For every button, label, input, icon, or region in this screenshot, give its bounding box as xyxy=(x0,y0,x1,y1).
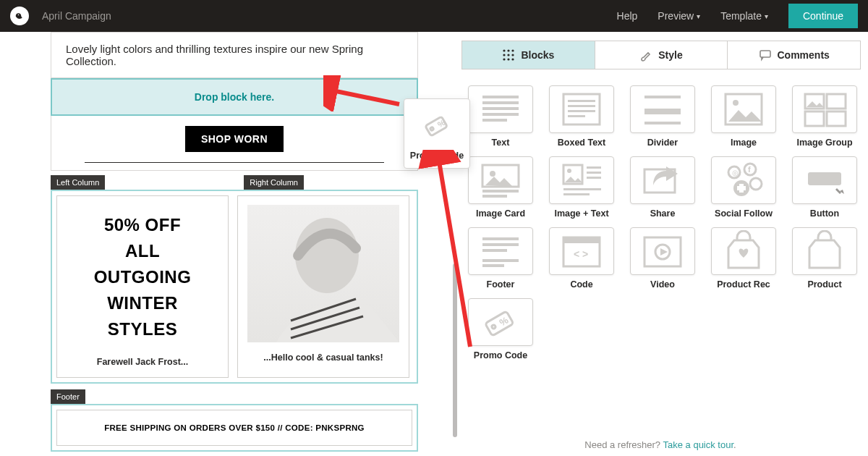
drop-target[interactable]: Drop block here. xyxy=(51,78,418,116)
block-label: Promo Code xyxy=(474,350,527,360)
svg-point-6 xyxy=(503,49,506,51)
tab-style[interactable]: Style xyxy=(595,41,728,69)
image-text-icon xyxy=(549,156,614,204)
tab-comments[interactable]: Comments xyxy=(728,41,860,69)
block-label: Button xyxy=(810,208,839,219)
refresher-note: Need a refresher? Take a quick tour. xyxy=(584,439,736,450)
divider-icon xyxy=(630,85,695,133)
tab-blocks[interactable]: Blocks xyxy=(462,41,595,69)
footer-icon xyxy=(468,227,533,275)
two-column-block[interactable]: 50% OFF ALL OUTGOING WINTER STYLES Farew… xyxy=(51,190,418,384)
block-image-text[interactable]: Image + Text xyxy=(545,156,618,219)
left-column-box[interactable]: 50% OFF ALL OUTGOING WINTER STYLES Farew… xyxy=(56,195,229,378)
app-logo-icon xyxy=(10,7,29,25)
model-image-placeholder xyxy=(247,205,399,342)
block-image-card[interactable]: Image Card xyxy=(464,156,537,219)
column-labels: Left Column Right Column xyxy=(51,175,418,190)
boxed-text-icon xyxy=(549,85,614,133)
block-text[interactable]: Text xyxy=(464,85,537,148)
social-follow-icon xyxy=(711,156,776,204)
intro-text-block[interactable]: Lovely light colors and thrilling textur… xyxy=(51,32,418,78)
tab-style-label: Style xyxy=(658,49,682,61)
left-column-label: Left Column xyxy=(51,175,105,190)
intro-text: Lovely light colors and thrilling textur… xyxy=(66,43,363,67)
block-label: Product Rec xyxy=(717,279,770,290)
svg-point-13 xyxy=(508,58,510,60)
sidebar-panel: Blocks Style Comments TextBoxed TextDivi… xyxy=(453,32,868,456)
svg-point-1 xyxy=(18,14,20,16)
footer-text: FREE SHIPPING ON ORDERS OVER $150 // COD… xyxy=(56,410,412,446)
svg-rect-15 xyxy=(760,51,770,57)
block-promo-code[interactable]: Promo Code xyxy=(464,298,537,360)
preview-dropdown[interactable]: Preview▾ xyxy=(658,10,700,22)
product-rec-icon xyxy=(711,227,776,275)
block-social-follow[interactable]: Social Follow xyxy=(707,156,780,219)
block-code[interactable]: Code xyxy=(545,227,618,290)
video-icon xyxy=(630,227,695,275)
svg-point-9 xyxy=(503,54,506,56)
dragging-block-promo-code[interactable]: % Promo Code xyxy=(404,98,470,169)
quick-tour-link[interactable]: Take a quick tour xyxy=(663,439,733,450)
block-image-group[interactable]: Image Group xyxy=(788,85,861,148)
drop-target-label: Drop block here. xyxy=(195,91,274,103)
product-icon xyxy=(792,227,857,275)
comment-icon xyxy=(759,48,772,62)
block-video[interactable]: Video xyxy=(626,227,699,290)
block-product[interactable]: Product xyxy=(788,227,861,290)
block-label: Footer xyxy=(487,279,515,290)
promo-code-icon xyxy=(468,298,533,346)
image-icon xyxy=(711,85,776,133)
topbar: April Campaign Help Preview▾ Template▾ C… xyxy=(0,0,868,32)
grid-icon xyxy=(502,48,515,62)
block-boxed-text[interactable]: Boxed Text xyxy=(545,85,618,148)
block-label: Divider xyxy=(647,138,678,148)
blocks-grid: TextBoxed TextDividerImageImage GroupIma… xyxy=(464,85,861,360)
block-footer[interactable]: Footer xyxy=(464,227,537,290)
help-link[interactable]: Help xyxy=(617,10,638,22)
block-share[interactable]: Share xyxy=(626,156,699,219)
block-label: Image Card xyxy=(476,208,525,219)
block-product-rec[interactable]: Product Rec xyxy=(707,227,780,290)
block-label: Image + Text xyxy=(554,208,608,219)
chevron-down-icon: ▾ xyxy=(765,12,768,20)
block-label: Image Group xyxy=(796,138,852,148)
footer-block[interactable]: FREE SHIPPING ON ORDERS OVER $150 // COD… xyxy=(51,404,418,452)
block-label: Text xyxy=(492,138,510,148)
promo-code-icon: % xyxy=(409,105,464,147)
block-label: Code xyxy=(570,279,592,290)
left-caption: Farewell Jack Frost... xyxy=(97,352,188,377)
tab-comments-label: Comments xyxy=(778,49,830,61)
block-label: Video xyxy=(650,279,675,290)
right-column-box[interactable]: ...Hello cool & casual tanks! xyxy=(237,195,409,378)
svg-point-17 xyxy=(430,127,433,130)
main-split: Lovely light colors and thrilling textur… xyxy=(0,32,868,456)
text-icon xyxy=(468,85,533,133)
block-label: Social Follow xyxy=(715,208,773,219)
block-divider[interactable]: Divider xyxy=(626,85,699,148)
button-block[interactable]: SHOP WORN xyxy=(51,116,418,171)
block-button[interactable]: Button xyxy=(788,156,861,219)
sidebar-tabs: Blocks Style Comments xyxy=(461,41,861,69)
block-label: Image xyxy=(731,138,757,148)
shop-worn-button[interactable]: SHOP WORN xyxy=(185,126,284,152)
block-label: Product xyxy=(807,279,841,290)
continue-button[interactable]: Continue xyxy=(788,4,858,28)
email-canvas: Lovely light colors and thrilling textur… xyxy=(51,32,418,452)
svg-point-11 xyxy=(512,54,514,56)
brush-icon xyxy=(639,48,652,62)
chevron-down-icon: ▾ xyxy=(697,12,700,20)
code-icon xyxy=(549,227,614,275)
right-column-label: Right Column xyxy=(244,175,304,190)
svg-point-7 xyxy=(508,49,510,51)
share-icon xyxy=(630,156,695,204)
template-dropdown[interactable]: Template▾ xyxy=(720,10,768,22)
right-caption: ...Hello cool & casual tanks! xyxy=(263,348,383,373)
campaign-name[interactable]: April Campaign xyxy=(42,10,111,22)
scrollbar[interactable] xyxy=(453,263,457,437)
block-label: Boxed Text xyxy=(558,138,605,148)
svg-point-12 xyxy=(503,58,506,60)
button-icon xyxy=(792,156,857,204)
svg-point-14 xyxy=(512,58,514,60)
horizontal-rule xyxy=(85,162,385,163)
block-image[interactable]: Image xyxy=(707,85,780,148)
